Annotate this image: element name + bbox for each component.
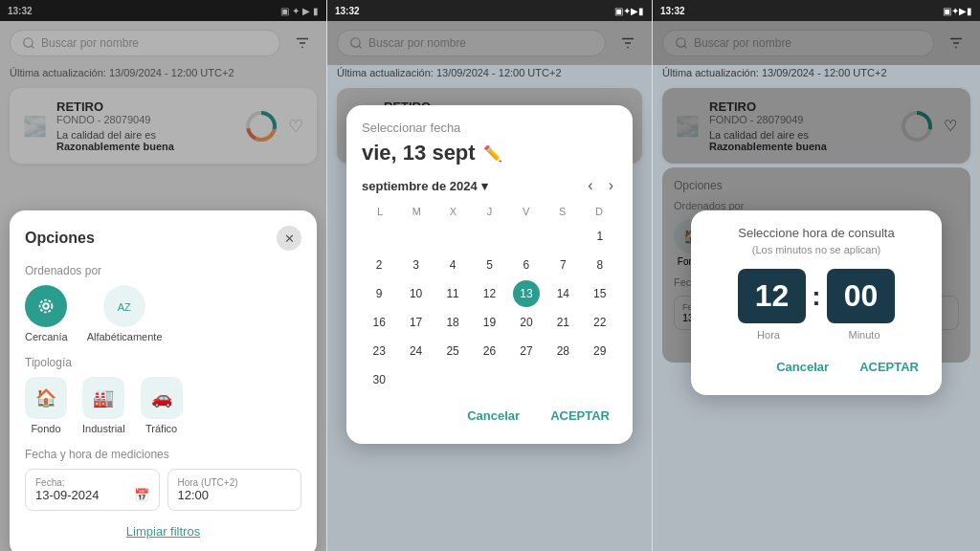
- cal-day-18[interactable]: 18: [439, 309, 466, 336]
- search-input-bg-3: Buscar por nombre: [662, 30, 934, 56]
- calendar-icon: 📅: [134, 488, 149, 502]
- cal-day-16[interactable]: 16: [366, 309, 392, 336]
- sort-section-label: Ordenados por: [25, 264, 301, 277]
- search-input-bg-2: Buscar por nombre: [337, 30, 606, 56]
- quality-donut-bg-3: [900, 109, 934, 143]
- industrial-label: Industrial: [82, 423, 125, 434]
- cal-day-21[interactable]: 21: [549, 309, 576, 336]
- status-bar-3: 13:32 ▣✦▶▮: [653, 0, 980, 21]
- time-field[interactable]: Hora (UTC+2) 12:00: [167, 469, 302, 511]
- time-picker-modal: Seleccione hora de consulta (Los minutos…: [691, 210, 942, 395]
- time-modal-title: Seleccione hora de consulta: [706, 226, 926, 240]
- cal-day-7[interactable]: 7: [549, 252, 576, 278]
- modal-header: Opciones ✕: [25, 226, 301, 251]
- cal-day-20[interactable]: 20: [513, 309, 540, 336]
- industrial-icon: 🏭: [82, 377, 124, 419]
- cal-day-6[interactable]: 6: [513, 252, 540, 278]
- cal-day-4[interactable]: 4: [439, 252, 466, 278]
- cal-day-26[interactable]: 26: [476, 338, 502, 364]
- trafico-icon: 🚗: [141, 377, 183, 419]
- search-bar-bg-3: Buscar por nombre: [653, 21, 980, 65]
- cal-day-29[interactable]: 29: [587, 338, 613, 364]
- status-time-2: 13:32: [335, 6, 360, 16]
- filter-btn-bg-2: [613, 29, 642, 57]
- chevron-down-icon: ▾: [481, 179, 488, 193]
- calendar-selected-date: vie, 13 sept ✏️: [362, 141, 617, 165]
- time-cancel-button[interactable]: Cancelar: [768, 354, 836, 380]
- cal-empty-2: [403, 223, 430, 250]
- date-field-value: 13-09-2024 📅: [35, 488, 149, 502]
- sort-alfabeticamente-label: Alfabéticamente: [87, 331, 163, 342]
- cal-day-30[interactable]: 30: [366, 366, 392, 393]
- cal-empty-end: [403, 366, 430, 393]
- cal-day-3[interactable]: 3: [403, 252, 430, 278]
- type-option-industrial[interactable]: 🏭 Industrial: [82, 377, 125, 434]
- cal-day-10[interactable]: 10: [403, 280, 430, 307]
- svg-point-10: [40, 300, 53, 313]
- month-label[interactable]: septiembre de 2024 ▾: [362, 179, 488, 193]
- calendar-days: 1 2 3 4 5 6 7 8 9 10 11 12 13 14 15 16 1: [362, 223, 617, 393]
- calendar-cancel-button[interactable]: Cancelar: [459, 403, 527, 429]
- last-update-bg-3: Última actualización: 13/09/2024 - 12:00…: [653, 65, 980, 84]
- edit-date-icon[interactable]: ✏️: [483, 144, 502, 163]
- cercania-icon: [25, 285, 67, 327]
- cal-day-25[interactable]: 25: [439, 338, 466, 364]
- time-field-value: 12:00: [178, 488, 292, 502]
- cal-day-22[interactable]: 22: [587, 309, 613, 336]
- type-section-label: Tipología: [25, 356, 301, 369]
- svg-point-19: [677, 38, 685, 47]
- cal-day-12[interactable]: 12: [476, 280, 502, 307]
- cal-empty-4: [476, 223, 502, 250]
- type-option-fondo[interactable]: 🏠 Fondo: [25, 377, 67, 434]
- weekday-x: X: [434, 204, 471, 219]
- prev-month-button[interactable]: ‹: [584, 177, 596, 194]
- cal-day-11[interactable]: 11: [439, 280, 466, 307]
- weekday-s: S: [545, 204, 581, 219]
- next-month-button[interactable]: ›: [605, 177, 617, 194]
- sort-cercania-label: Cercanía: [25, 331, 68, 342]
- cal-day-2[interactable]: 2: [366, 252, 392, 278]
- calendar-accept-button[interactable]: ACEPTAR: [543, 403, 617, 429]
- close-modal-button[interactable]: ✕: [277, 226, 301, 251]
- cal-day-27[interactable]: 27: [513, 338, 540, 364]
- time-accept-button[interactable]: ACEPTAR: [852, 354, 926, 380]
- trafico-label: Tráfico: [145, 423, 177, 434]
- svg-text:AZ: AZ: [118, 301, 131, 313]
- search-icon-bg-2: [349, 36, 363, 50]
- date-field[interactable]: Fecha: 13-09-2024 📅: [25, 469, 160, 511]
- svg-point-12: [351, 38, 360, 47]
- weekday-j: J: [471, 204, 507, 219]
- calendar-modal: Seleccionar fecha vie, 13 sept ✏️ septie…: [346, 105, 633, 444]
- cal-day-9[interactable]: 9: [366, 280, 392, 307]
- cal-day-24[interactable]: 24: [403, 338, 430, 364]
- status-icons-3: ▣✦▶▮: [943, 6, 972, 16]
- clear-filters-button[interactable]: Limpiar filtros: [25, 520, 301, 542]
- cal-day-1[interactable]: 1: [587, 223, 613, 250]
- filter-btn-bg-3: [942, 29, 970, 57]
- cal-day-19[interactable]: 19: [476, 309, 502, 336]
- time-colon: :: [812, 281, 820, 312]
- time-modal-footer: Cancelar ACEPTAR: [706, 354, 926, 380]
- cal-day-28[interactable]: 28: [549, 338, 576, 364]
- status-bar-2: 13:32 ▣✦▶▮: [327, 0, 652, 21]
- type-option-trafico[interactable]: 🚗 Tráfico: [141, 377, 183, 434]
- cal-day-17[interactable]: 17: [403, 309, 430, 336]
- cal-day-14[interactable]: 14: [549, 280, 576, 307]
- cal-day-23[interactable]: 23: [366, 338, 392, 364]
- cal-day-5[interactable]: 5: [476, 252, 502, 278]
- sort-option-alfabeticamente[interactable]: AZ Alfabéticamente: [87, 285, 163, 342]
- calendar-grid: L M X J V S D 1 2: [362, 204, 617, 393]
- date-field-label: Fecha:: [35, 477, 149, 488]
- air-card-bg-3: 🌫️ RETIRO FONDO - 28079049 La calidad de…: [662, 88, 970, 164]
- search-placeholder-bg-2: Buscar por nombre: [368, 36, 466, 50]
- sort-option-cercania[interactable]: Cercanía: [25, 285, 68, 342]
- cal-day-13[interactable]: 13: [513, 280, 540, 307]
- weekday-m: M: [398, 204, 434, 219]
- minute-display[interactable]: 00: [827, 269, 896, 323]
- hour-display[interactable]: 12: [738, 269, 807, 323]
- cal-day-15[interactable]: 15: [587, 280, 613, 307]
- cal-day-8[interactable]: 8: [587, 252, 613, 278]
- time-labels-row: Hora Minuto: [706, 329, 926, 341]
- options-bg-label: Opciones: [674, 179, 959, 192]
- modal-title: Opciones: [25, 230, 95, 247]
